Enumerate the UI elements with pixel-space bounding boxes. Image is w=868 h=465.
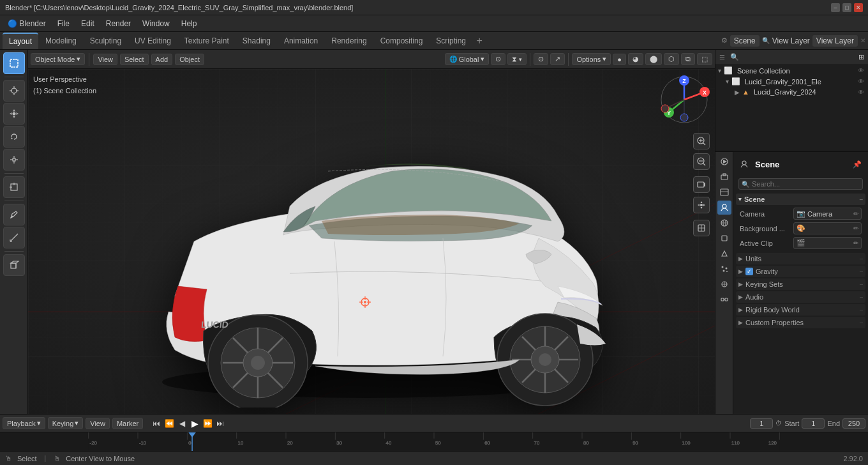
- props-icon-object[interactable]: [717, 231, 731, 245]
- menu-file[interactable]: File: [52, 18, 75, 29]
- active-clip-value[interactable]: 🎬 ✏: [793, 237, 862, 249]
- rigid-body-section[interactable]: ▶ Rigid Body World –: [736, 304, 865, 316]
- bg-edit-icon[interactable]: ✏: [853, 225, 858, 232]
- add-workspace-button[interactable]: +: [473, 34, 486, 47]
- lucid-gravity-item[interactable]: ▶ ▲ Lucid_Gravity_2024 👁: [715, 87, 868, 97]
- snap-toggle[interactable]: ⧗ ▾: [507, 53, 527, 65]
- object-menu[interactable]: Object: [175, 54, 204, 65]
- gravity-eye-icon[interactable]: 👁: [858, 78, 864, 85]
- menu-blender[interactable]: 🔵 Blender: [3, 18, 51, 29]
- jump-back-button[interactable]: ⏪: [163, 418, 175, 429]
- proportional-curve[interactable]: ↗: [550, 53, 565, 65]
- scene-collection-item[interactable]: ▾ ⬜ Scene Collection 👁: [715, 65, 868, 76]
- tool-cursor[interactable]: [3, 80, 25, 102]
- menu-help[interactable]: Help: [176, 18, 202, 29]
- start-frame-input[interactable]: [802, 418, 825, 429]
- axis-widget[interactable]: Z X Y: [659, 74, 710, 125]
- tool-annotate[interactable]: [3, 204, 25, 225]
- jump-end-button[interactable]: ⏭: [214, 418, 226, 429]
- overlay-toggle[interactable]: ⧉: [681, 53, 695, 65]
- tab-compositing[interactable]: Compositing: [374, 33, 430, 49]
- props-icon-view[interactable]: [717, 185, 731, 199]
- viewport-canvas[interactable]: LUCID: [28, 69, 715, 414]
- props-icon-scene[interactable]: [717, 201, 731, 215]
- view-menu[interactable]: View: [93, 54, 117, 65]
- viewport-shading-rendered[interactable]: ⬤: [645, 53, 662, 65]
- scene-section-header[interactable]: ▾ Scene –: [736, 194, 865, 205]
- tab-rendering[interactable]: Rendering: [325, 33, 373, 49]
- props-icon-modifier[interactable]: [717, 247, 731, 261]
- camera-view-button[interactable]: [693, 176, 710, 193]
- tab-uv-editing[interactable]: UV Editing: [128, 33, 177, 49]
- tab-shading[interactable]: Shading: [236, 33, 277, 49]
- xray-toggle[interactable]: ⬚: [697, 53, 712, 65]
- timeline-body[interactable]: -20 -10 0 10 20 30 40 50 60 70: [0, 432, 868, 451]
- search-icon-ws[interactable]: 🔍: [762, 37, 770, 44]
- camera-value[interactable]: 📷 Camera ✏: [793, 208, 862, 220]
- pin-icon[interactable]: 📌: [853, 160, 862, 169]
- gravity-section[interactable]: ▶ ✓ Gravity –: [736, 266, 865, 277]
- step-forward-button[interactable]: ⏩: [202, 418, 213, 429]
- options-dropdown[interactable]: Options ▾: [572, 53, 611, 65]
- tool-rotate[interactable]: [3, 126, 25, 148]
- tab-scripting[interactable]: Scripting: [430, 33, 472, 49]
- clip-edit-icon[interactable]: ✏: [853, 240, 858, 247]
- props-icon-world[interactable]: [717, 216, 731, 230]
- keying-dropdown[interactable]: Keying ▾: [48, 417, 84, 429]
- zoom-out-button[interactable]: [693, 153, 710, 170]
- custom-props-section[interactable]: ▶ Custom Properties –: [736, 317, 865, 328]
- add-menu[interactable]: Add: [151, 54, 173, 65]
- menu-edit[interactable]: Edit: [76, 18, 100, 29]
- tool-measure[interactable]: [3, 227, 25, 248]
- units-section[interactable]: ▶ Units –: [736, 253, 865, 264]
- jump-start-button[interactable]: ⏮: [151, 418, 162, 429]
- tab-animation[interactable]: Animation: [278, 33, 324, 49]
- local-view-button[interactable]: [693, 220, 710, 236]
- current-frame-input[interactable]: [750, 418, 773, 429]
- tab-layout[interactable]: Layout: [3, 33, 38, 49]
- gravity-collection-item[interactable]: ▾ ⬜ Lucid_Gravity_2001_Ele 👁: [715, 76, 868, 87]
- props-icon-constraints[interactable]: [717, 293, 731, 307]
- tab-modeling[interactable]: Modeling: [39, 33, 83, 49]
- audio-section[interactable]: ▶ Audio –: [736, 291, 865, 303]
- menu-render[interactable]: Render: [101, 18, 136, 29]
- tool-transform[interactable]: [3, 176, 25, 198]
- tab-sculpting[interactable]: Sculpting: [84, 33, 128, 49]
- viewport-shading-wireframe[interactable]: ⬡: [664, 53, 679, 65]
- keying-sets-section[interactable]: ▶ Keying Sets –: [736, 278, 865, 290]
- viewport-shading-material[interactable]: ◕: [628, 53, 643, 65]
- tool-move[interactable]: [3, 103, 25, 125]
- tool-select-box[interactable]: [3, 52, 25, 74]
- playback-dropdown[interactable]: Playback ▾: [3, 417, 45, 429]
- props-icon-particles[interactable]: [717, 262, 731, 276]
- maximize-button[interactable]: □: [842, 3, 851, 12]
- tool-add-cube[interactable]: [3, 254, 25, 276]
- view-layer-name[interactable]: View Layer: [812, 35, 858, 47]
- outliner-filter-icon[interactable]: ⊞: [858, 53, 864, 61]
- transform-dropdown[interactable]: 🌐 Global ▾: [445, 53, 490, 65]
- props-icon-output[interactable]: [717, 170, 731, 184]
- collection-eye-icon[interactable]: 👁: [858, 67, 864, 74]
- props-icon-physics[interactable]: [717, 277, 731, 291]
- props-search-input[interactable]: [752, 180, 860, 188]
- end-frame-input[interactable]: [842, 418, 865, 429]
- viewport-shading-solid[interactable]: ●: [613, 54, 626, 65]
- play-button[interactable]: ▶: [189, 418, 200, 429]
- background-value[interactable]: 🎨 ✏: [793, 222, 862, 234]
- view-dropdown[interactable]: View: [86, 418, 110, 429]
- tool-scale[interactable]: [3, 149, 25, 171]
- scene-name[interactable]: Scene: [730, 35, 760, 47]
- marker-dropdown[interactable]: Marker: [112, 418, 143, 429]
- zoom-in-button[interactable]: [693, 133, 710, 149]
- menu-window[interactable]: Window: [137, 18, 175, 29]
- close-button[interactable]: ✕: [854, 3, 863, 12]
- camera-edit-icon[interactable]: ✏: [853, 210, 858, 217]
- props-icon-render[interactable]: [717, 155, 731, 169]
- select-menu[interactable]: Select: [120, 54, 149, 65]
- gravity-checkbox[interactable]: ✓: [745, 268, 753, 275]
- proportional-edit[interactable]: ⊙: [534, 53, 548, 65]
- object-mode-dropdown[interactable]: Object Mode ▾: [31, 53, 85, 65]
- properties-content[interactable]: Scene 📌 🔍 ▾ Scene –: [733, 152, 868, 414]
- minimize-button[interactable]: –: [831, 3, 840, 12]
- tab-texture-paint[interactable]: Texture Paint: [178, 33, 236, 49]
